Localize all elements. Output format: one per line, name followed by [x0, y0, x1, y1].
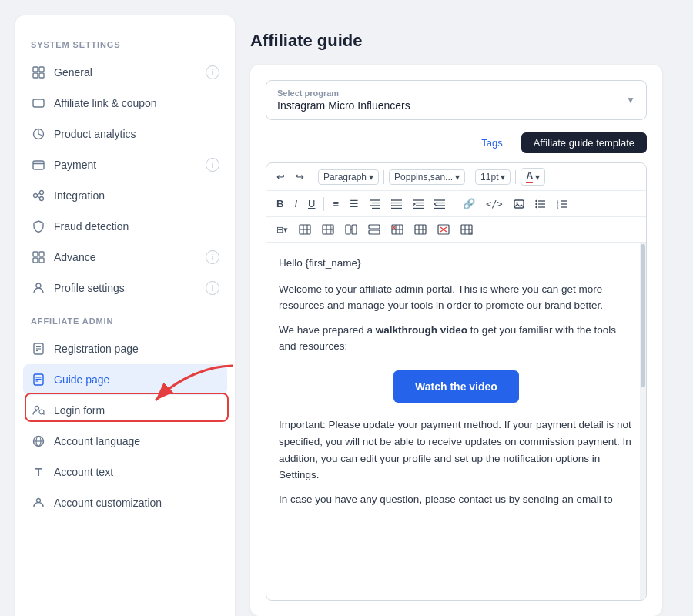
sidebar-item-fraud-detection[interactable]: Fraud detection — [15, 211, 235, 242]
account-language-icon — [31, 434, 46, 449]
justify-button[interactable] — [387, 197, 406, 211]
editor-content[interactable]: Hello {first_name} Welcome to your affil… — [266, 243, 646, 600]
size-chevron: ▾ — [500, 172, 505, 182]
payment-icon — [31, 157, 46, 172]
size-select[interactable]: 11pt ▾ — [475, 169, 511, 185]
sidebar-general-label: General — [54, 66, 198, 79]
sidebar-item-integration[interactable]: Integration — [15, 180, 235, 211]
scrollbar-thumb[interactable] — [641, 244, 645, 387]
underline-button[interactable]: U — [304, 196, 319, 212]
svg-line-29 — [43, 413, 44, 414]
code-button[interactable]: </> — [482, 196, 507, 212]
general-icon — [31, 65, 46, 80]
table-add-col-before[interactable] — [295, 222, 315, 237]
sidebar-registration-page-label: Registration page — [54, 343, 219, 355]
align-right-button[interactable] — [366, 197, 384, 211]
sidebar-item-product-analytics[interactable]: Product analytics — [15, 119, 235, 149]
integration-icon — [31, 188, 46, 203]
toolbar-sep5 — [323, 197, 324, 211]
main-content: Affiliate guide Select program Instagram… — [235, 15, 678, 616]
svg-rect-73 — [331, 227, 333, 233]
align-left-button[interactable]: ≡ — [329, 196, 343, 212]
svg-point-52 — [516, 202, 517, 203]
watch-video-button[interactable]: Watch the video — [393, 370, 519, 403]
sidebar-profile-settings-label: Profile settings — [54, 282, 198, 294]
sidebar-account-customization-label: Account customization — [54, 497, 219, 509]
sidebar-divider — [15, 310, 235, 310]
affiliate-admin-section-title: AFFILIATE ADMIN — [15, 316, 235, 333]
sidebar-item-advance[interactable]: Advance i — [15, 242, 235, 273]
paragraph-label: Paragraph — [323, 172, 367, 182]
table-button[interactable]: ⊞▾ — [273, 223, 292, 237]
font-select[interactable]: Poppins,san... ▾ — [389, 169, 465, 185]
svg-point-33 — [37, 499, 41, 503]
toolbar-row3: ⊞▾ — [266, 217, 646, 243]
undo-button[interactable]: ↩ — [273, 169, 289, 185]
table-del-col[interactable] — [387, 222, 407, 237]
editor-para4: In case you have any question, please co… — [279, 491, 634, 508]
sidebar-item-account-text[interactable]: T Account text — [15, 457, 235, 487]
toolbar-row1: ↩ ↪ Paragraph ▾ Poppins,san... ▾ 11pt — [266, 163, 646, 191]
sidebar-item-profile-settings[interactable]: Profile settings i — [15, 273, 235, 303]
size-label: 11pt — [480, 172, 498, 182]
svg-text:3.: 3. — [557, 205, 559, 209]
toolbar-sep4 — [515, 170, 516, 184]
bold-button[interactable]: B — [273, 196, 287, 212]
svg-rect-4 — [33, 99, 44, 107]
sidebar-fraud-label: Fraud detection — [54, 220, 219, 233]
italic-button[interactable]: I — [290, 196, 301, 212]
paragraph-select[interactable]: Paragraph ▾ — [318, 169, 379, 185]
sidebar-item-general[interactable]: General i — [15, 57, 235, 88]
table-del-table[interactable] — [434, 222, 454, 237]
system-settings-section-title: SYSTEM SETTINGS — [15, 40, 235, 57]
font-color-select[interactable]: A ▾ — [521, 168, 545, 186]
sidebar-advance-label: Advance — [54, 251, 198, 263]
paragraph-chevron: ▾ — [369, 172, 373, 182]
svg-point-53 — [535, 199, 537, 201]
sidebar-item-payment[interactable]: Payment i — [15, 149, 235, 180]
sidebar-item-account-customization[interactable]: Account customization — [15, 487, 235, 518]
outdent-button[interactable] — [430, 197, 449, 211]
sidebar-item-registration-page[interactable]: Registration page — [15, 333, 235, 364]
toolbar-sep3 — [470, 170, 470, 184]
table-merge[interactable] — [341, 222, 361, 237]
list-unordered-button[interactable] — [531, 197, 550, 211]
image-button[interactable] — [510, 197, 528, 211]
svg-line-13 — [37, 196, 40, 198]
sidebar-item-login-form[interactable]: Login form — [15, 395, 235, 426]
sidebar-account-text-label: Account text — [54, 466, 219, 478]
table-more[interactable] — [457, 222, 477, 237]
sidebar-product-analytics-label: Product analytics — [54, 128, 219, 140]
table-del-row[interactable] — [410, 222, 430, 237]
sidebar-item-affiliate-link[interactable]: Affiliate link & coupon — [15, 88, 235, 119]
table-split[interactable] — [364, 222, 384, 237]
font-chevron: ▾ — [455, 172, 460, 182]
indent-button[interactable] — [409, 197, 427, 211]
font-color-chevron: ▾ — [535, 172, 540, 182]
tab-affiliate-guide-template[interactable]: Affiliate guide template — [521, 132, 647, 153]
scrollbar-track[interactable] — [640, 243, 646, 600]
tab-tags[interactable]: Tags — [469, 132, 514, 153]
editor-wrapper: ↩ ↪ Paragraph ▾ Poppins,san... ▾ 11pt — [266, 162, 647, 601]
sidebar-item-account-language[interactable]: Account language — [15, 426, 235, 457]
svg-rect-51 — [514, 200, 524, 208]
list-ordered-button[interactable]: 1.2.3. — [553, 197, 571, 211]
font-color-a: A — [526, 170, 533, 183]
sidebar-affiliate-link-label: Affiliate link & coupon — [54, 97, 219, 109]
svg-rect-77 — [369, 225, 380, 229]
table-add-col-after[interactable] — [318, 222, 338, 237]
sidebar-item-guide-page[interactable]: Guide page — [23, 364, 227, 395]
select-program-dropdown[interactable]: Select program Instagram Micro Influence… — [266, 80, 647, 120]
account-text-icon: T — [31, 464, 46, 480]
redo-button[interactable]: ↪ — [292, 169, 308, 185]
account-customization-icon — [31, 495, 46, 511]
advance-badge: i — [206, 250, 219, 264]
svg-point-55 — [535, 206, 537, 207]
font-label: Poppins,san... — [394, 172, 453, 182]
align-center-button[interactable]: ☰ — [346, 196, 363, 212]
link-button[interactable]: 🔗 — [459, 196, 479, 212]
svg-rect-78 — [369, 230, 380, 234]
editor-para3: Important: Please update your payment me… — [279, 417, 634, 483]
svg-point-9 — [34, 194, 38, 198]
sidebar-login-form-label: Login form — [54, 404, 219, 417]
